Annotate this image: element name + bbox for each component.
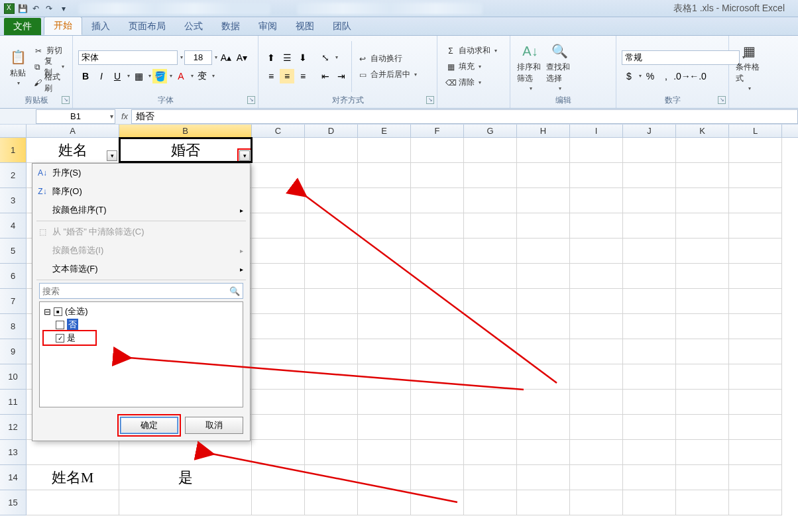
redo-icon[interactable]: ↷ bbox=[44, 3, 54, 14]
row-header[interactable]: 12 bbox=[0, 415, 27, 440]
cell[interactable] bbox=[411, 314, 464, 339]
select-all-corner[interactable] bbox=[0, 125, 27, 137]
row-header[interactable]: 14 bbox=[0, 465, 27, 490]
cell[interactable] bbox=[517, 490, 570, 515]
align-right-icon[interactable]: ≡ bbox=[296, 69, 310, 83]
phonetic-button[interactable]: 变 bbox=[195, 69, 209, 83]
cell[interactable] bbox=[252, 440, 305, 465]
cell[interactable] bbox=[517, 415, 570, 440]
cell[interactable] bbox=[676, 339, 729, 364]
cell[interactable] bbox=[464, 415, 517, 440]
cell[interactable] bbox=[623, 289, 676, 314]
cell[interactable] bbox=[729, 415, 782, 440]
cell[interactable] bbox=[517, 364, 570, 390]
cell[interactable] bbox=[729, 188, 782, 213]
cell[interactable] bbox=[358, 239, 411, 264]
cell[interactable] bbox=[411, 239, 464, 264]
cell[interactable] bbox=[517, 440, 570, 465]
tab-home[interactable]: 开始 bbox=[44, 17, 82, 35]
cell[interactable] bbox=[119, 490, 252, 515]
cell[interactable] bbox=[729, 138, 782, 163]
dialog-launcher-icon[interactable]: ↘ bbox=[247, 96, 255, 104]
cell[interactable] bbox=[305, 314, 358, 339]
cell[interactable] bbox=[517, 465, 570, 490]
cell[interactable] bbox=[676, 289, 729, 314]
cell[interactable] bbox=[729, 264, 782, 289]
cell[interactable] bbox=[676, 364, 729, 390]
undo-icon[interactable]: ↶ bbox=[30, 3, 41, 14]
paste-button[interactable]: 📋 粘贴 ▾ bbox=[5, 38, 30, 95]
row-header[interactable]: 3 bbox=[0, 188, 27, 213]
cell[interactable] bbox=[517, 339, 570, 364]
checkbox-mixed-icon[interactable] bbox=[54, 307, 62, 316]
cell[interactable] bbox=[570, 264, 623, 289]
cell[interactable] bbox=[570, 289, 623, 314]
cell[interactable] bbox=[464, 440, 517, 465]
cell[interactable] bbox=[517, 314, 570, 339]
cell[interactable] bbox=[464, 339, 517, 364]
cell[interactable] bbox=[252, 490, 305, 515]
cell[interactable] bbox=[305, 390, 358, 415]
cell[interactable] bbox=[729, 339, 782, 364]
cell[interactable] bbox=[623, 138, 676, 163]
col-header-C[interactable]: C bbox=[252, 125, 305, 137]
italic-button[interactable]: I bbox=[94, 69, 109, 83]
filter-option-yes[interactable]: 是 bbox=[44, 331, 95, 345]
cell[interactable] bbox=[305, 188, 358, 213]
cell[interactable] bbox=[252, 163, 305, 188]
cell[interactable] bbox=[464, 390, 517, 415]
tab-insert[interactable]: 插入 bbox=[82, 18, 119, 35]
tab-file[interactable]: 文件 bbox=[4, 18, 41, 35]
cell[interactable] bbox=[570, 314, 623, 339]
cell[interactable] bbox=[252, 339, 305, 364]
tab-team[interactable]: 团队 bbox=[323, 18, 361, 35]
cell[interactable] bbox=[358, 138, 411, 163]
cell[interactable] bbox=[570, 339, 623, 364]
qat-dropdown-icon[interactable]: ▾ bbox=[58, 3, 69, 14]
col-header-H[interactable]: H bbox=[517, 125, 570, 137]
shrink-font-icon[interactable]: A▾ bbox=[235, 50, 249, 65]
cell[interactable] bbox=[570, 465, 623, 490]
cell[interactable]: 姓名▾ bbox=[27, 138, 119, 163]
cell[interactable] bbox=[305, 138, 358, 163]
cell[interactable] bbox=[623, 239, 676, 264]
painter-button[interactable]: 🖌格式刷 bbox=[30, 76, 67, 90]
cell[interactable] bbox=[623, 339, 676, 364]
cell[interactable] bbox=[517, 213, 570, 239]
cell[interactable] bbox=[517, 239, 570, 264]
cell[interactable] bbox=[411, 289, 464, 314]
cell[interactable] bbox=[623, 163, 676, 188]
filter-tree[interactable]: ⊟(全选) 否 是 bbox=[39, 301, 243, 407]
filter-option-no[interactable]: 否 bbox=[44, 318, 239, 331]
cell[interactable] bbox=[252, 188, 305, 213]
cell[interactable] bbox=[570, 390, 623, 415]
sort-desc-item[interactable]: Z↓降序(O) bbox=[32, 182, 250, 201]
cell[interactable] bbox=[517, 138, 570, 163]
cell[interactable] bbox=[623, 390, 676, 415]
cell[interactable] bbox=[464, 465, 517, 490]
cell[interactable] bbox=[358, 490, 411, 515]
cell[interactable] bbox=[729, 239, 782, 264]
row-header[interactable]: 15 bbox=[0, 490, 27, 515]
tab-view[interactable]: 视图 bbox=[286, 18, 323, 35]
cell[interactable] bbox=[305, 364, 358, 390]
cell[interactable] bbox=[676, 188, 729, 213]
cell[interactable] bbox=[252, 390, 305, 415]
checkbox-checked-icon[interactable] bbox=[56, 334, 64, 343]
cell[interactable] bbox=[305, 239, 358, 264]
tab-data[interactable]: 数据 bbox=[212, 18, 249, 35]
cell[interactable] bbox=[411, 188, 464, 213]
row-header[interactable]: 13 bbox=[0, 440, 27, 465]
cell[interactable] bbox=[517, 264, 570, 289]
cell[interactable] bbox=[305, 289, 358, 314]
cond-format-button[interactable]: ▦ 条件格式▾ bbox=[734, 38, 764, 95]
cell[interactable] bbox=[676, 415, 729, 440]
cell[interactable] bbox=[411, 364, 464, 390]
chevron-down-icon[interactable]: ▾ bbox=[110, 113, 113, 120]
cell[interactable] bbox=[252, 239, 305, 264]
align-bottom-icon[interactable]: ⬇ bbox=[296, 50, 310, 65]
sort-asc-item[interactable]: A↓升序(S) bbox=[32, 164, 250, 182]
text-filter-item[interactable]: 文本筛选(F)▸ bbox=[32, 260, 250, 278]
cell[interactable] bbox=[464, 163, 517, 188]
cell[interactable] bbox=[305, 264, 358, 289]
